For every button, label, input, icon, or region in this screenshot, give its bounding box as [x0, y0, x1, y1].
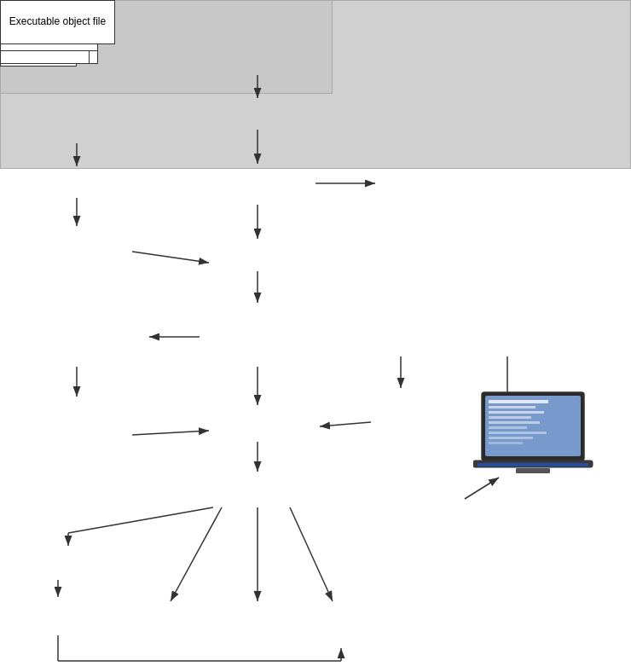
laptop-icon: [473, 388, 597, 486]
svg-rect-32: [489, 411, 544, 414]
svg-rect-30: [489, 400, 548, 403]
svg-line-15: [320, 422, 371, 426]
svg-rect-41: [516, 468, 550, 473]
svg-rect-34: [489, 421, 540, 424]
svg-rect-38: [489, 442, 523, 444]
svg-rect-29: [485, 396, 581, 456]
svg-rect-33: [489, 416, 531, 419]
svg-rect-36: [489, 432, 547, 434]
svg-line-24: [290, 507, 333, 601]
svg-rect-40: [478, 463, 588, 466]
svg-line-19: [68, 507, 213, 533]
svg-line-22: [171, 507, 222, 601]
executable-box: Executable object file: [0, 0, 115, 44]
executable-label: Executable object file: [9, 15, 106, 29]
svg-line-8: [132, 252, 209, 263]
svg-rect-31: [489, 406, 535, 408]
svg-rect-37: [489, 437, 533, 439]
svg-line-12: [132, 431, 209, 435]
svg-rect-35: [489, 426, 527, 429]
